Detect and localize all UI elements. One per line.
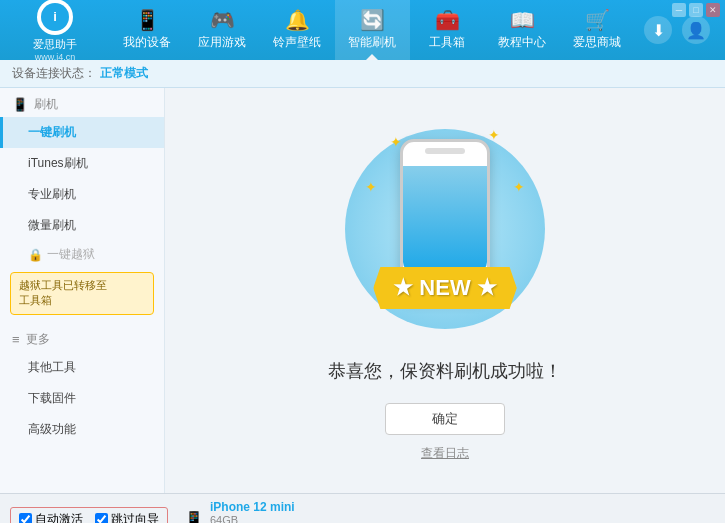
nav-smart-flash-label: 智能刷机 [348,34,396,51]
user-button[interactable]: 👤 [682,16,710,44]
toolbox-icon: 🧰 [435,10,460,30]
download-button[interactable]: ⬇ [644,16,672,44]
sidebar-locked-jailbreak: 🔒 一键越狱 [0,241,164,268]
device-storage: 64GB [210,514,299,523]
flash-section-header: 📱 刷机 [0,88,164,117]
sidebar-download-firmware[interactable]: 下载固件 [0,383,164,414]
nav-tutorials-label: 教程中心 [498,34,546,51]
app-subtitle: www.i4.cn [35,52,76,62]
nav-ringtones-label: 铃声壁纸 [273,34,321,51]
sidebar-one-click-flash[interactable]: 一键刷机 [0,117,164,148]
sidebar-pro-flash[interactable]: 专业刷机 [0,179,164,210]
device-name: iPhone 12 mini [210,500,299,514]
nav-smart-flash[interactable]: 🔄 智能刷机 [335,0,410,60]
view-log-link[interactable]: 查看日志 [421,445,469,462]
status-value: 正常模式 [100,65,148,82]
sparkle-4: ✦ [365,179,377,195]
top-right-area: ⬇ 👤 [644,16,715,44]
logo-inner: i [41,3,69,31]
nav-apps-games-label: 应用游戏 [198,34,246,51]
logo-circle: i [37,0,73,35]
app-logo: i 爱思助手 www.i4.cn [10,0,100,62]
sparkle-3: ✦ [513,179,525,195]
flash-section-title: 刷机 [34,96,58,113]
main-content: 📱 刷机 一键刷机 iTunes刷机 专业刷机 微量刷机 🔒 一键越狱 越狱工具… [0,88,725,493]
fans-store-icon: 🛒 [585,10,610,30]
nav-my-device[interactable]: 📱 我的设备 [110,0,185,60]
ringtones-icon: 🔔 [285,10,310,30]
close-button[interactable]: ✕ [706,3,720,17]
sidebar-advanced[interactable]: 高级功能 [0,414,164,445]
jailbreak-notice: 越狱工具已转移至工具箱 [10,272,154,315]
apps-games-icon: 🎮 [210,10,235,30]
more-section-title: 更多 [26,331,50,348]
nav-toolbox-label: 工具箱 [429,34,465,51]
nav-fans-store[interactable]: 🛒 爱思商城 [560,0,635,60]
minimize-button[interactable]: ─ [672,3,686,17]
bottom-area: 自动激活 跳过向导 📱 iPhone 12 mini 64GB Down-12m… [0,493,725,523]
success-title: 恭喜您，保资料刷机成功啦！ [328,359,562,383]
skip-wizard-label: 跳过向导 [111,511,159,524]
smart-flash-icon: 🔄 [360,10,385,30]
phone-screen [403,166,487,272]
device-info: 📱 iPhone 12 mini 64GB Down-12mini-13,1 [184,500,299,523]
skip-wizard-checkbox[interactable]: 跳过向导 [95,511,159,524]
notice-text: 越狱工具已转移至工具箱 [19,279,107,306]
auto-detect-checkbox[interactable]: 自动激活 [19,511,83,524]
sidebar-data-flash[interactable]: 微量刷机 [0,210,164,241]
content-area: ✦ ✦ ✦ ✦ ★ NEW ★ 恭喜您，保资料刷机成功啦！ 确定 [165,88,725,493]
device-details: iPhone 12 mini 64GB Down-12mini-13,1 [210,500,299,523]
status-bar: 设备连接状态： 正常模式 [0,60,725,88]
app-title: 爱思助手 [33,37,77,52]
nav-items: 📱 我的设备 🎮 应用游戏 🔔 铃声壁纸 🔄 智能刷机 🧰 工具箱 📖 [100,0,644,60]
skip-wizard-input[interactable] [95,513,108,524]
auto-detect-input[interactable] [19,513,32,524]
bottom-main-row: 自动激活 跳过向导 📱 iPhone 12 mini 64GB Down-12m… [0,494,725,523]
tutorials-icon: 📖 [510,10,535,30]
my-device-icon: 📱 [135,10,160,30]
device-phone-icon: 📱 [184,510,204,524]
maximize-button[interactable]: □ [689,3,703,17]
flash-icon: 📱 [12,97,28,112]
nav-fans-store-label: 爱思商城 [573,34,621,51]
nav-ringtones[interactable]: 🔔 铃声壁纸 [260,0,335,60]
sidebar-other-tools[interactable]: 其他工具 [0,352,164,383]
new-banner: ★ NEW ★ [373,267,517,309]
jailbreak-label: 一键越狱 [47,246,95,263]
sidebar-itunes-flash[interactable]: iTunes刷机 [0,148,164,179]
nav-tutorials[interactable]: 📖 教程中心 [485,0,560,60]
lock-icon: 🔒 [28,248,43,262]
top-nav-bar: i 爱思助手 www.i4.cn 📱 我的设备 🎮 应用游戏 🔔 铃声壁纸 🔄 … [0,0,725,60]
sidebar: 📱 刷机 一键刷机 iTunes刷机 专业刷机 微量刷机 🔒 一键越狱 越狱工具… [0,88,165,493]
nav-toolbox[interactable]: 🧰 工具箱 [410,0,485,60]
more-icon: ≡ [12,332,20,347]
phone-illustration: ✦ ✦ ✦ ✦ ★ NEW ★ [335,119,555,339]
checkbox-group: 自动激活 跳过向导 [10,507,168,524]
auto-detect-label: 自动激活 [35,511,83,524]
nav-my-device-label: 我的设备 [123,34,171,51]
more-section-header: ≡ 更多 [0,323,164,352]
nav-apps-games[interactable]: 🎮 应用游戏 [185,0,260,60]
confirm-button[interactable]: 确定 [385,403,505,435]
window-controls: ─ □ ✕ [672,3,720,17]
status-label: 设备连接状态： [12,65,96,82]
sparkle-2: ✦ [488,127,500,143]
